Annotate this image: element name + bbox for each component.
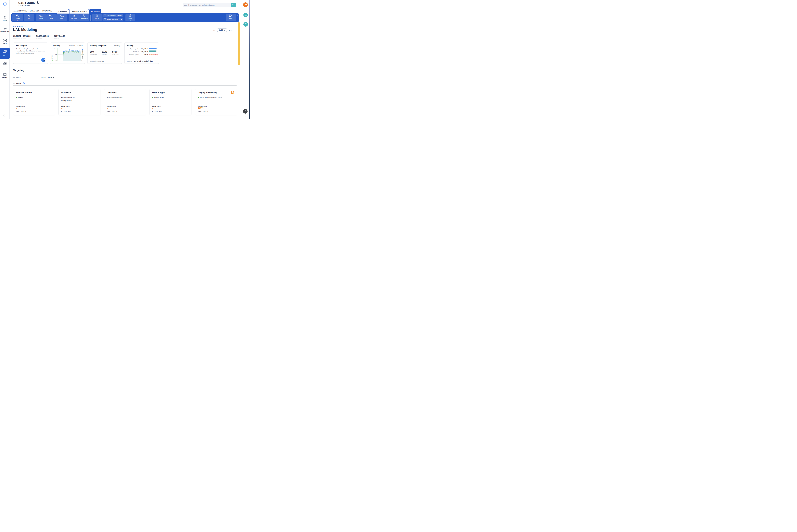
build-audience-button[interactable]: BuildAudience bbox=[57, 14, 67, 21]
tools-fab-button[interactable] bbox=[243, 22, 248, 26]
koa-insights-card: Koa Insights Koa™ is working to find opt… bbox=[13, 42, 48, 64]
chevron-down-icon bbox=[13, 82, 15, 85]
toolbar-divider bbox=[35, 15, 35, 21]
export-to-qa-button[interactable]: Exportto QA bbox=[126, 14, 135, 21]
table-pencil-icon bbox=[96, 14, 98, 18]
bidding-period: Yesterday bbox=[114, 45, 120, 46]
tab-ad-group[interactable]: AD GROUP bbox=[89, 9, 101, 14]
tab-creatives[interactable]: CREATIVES bbox=[30, 10, 39, 12]
sidebar-item-reports[interactable]: REPORTS bbox=[0, 62, 10, 67]
status-toggle-button[interactable]: ON Status:On bbox=[226, 14, 236, 21]
chevron-down-icon bbox=[131, 15, 133, 17]
add-ad-group-rails-button[interactable]: Add AdGroup Rails bbox=[12, 14, 23, 21]
excluded-badge: EXCLUDED bbox=[107, 111, 117, 112]
pacing-row-value: $11,080.36 bbox=[139, 48, 148, 50]
left-axis-tick: $16K bbox=[52, 47, 57, 49]
breadcrumb[interactable]: O+R FOODS_TV bbox=[13, 26, 26, 27]
tab-campaign[interactable]: CAMPAIGN bbox=[57, 9, 69, 14]
funnel-icon bbox=[104, 15, 106, 17]
sidebar: HOME INVENTORY DATA BUY REPORTS LEARN bbox=[0, 0, 10, 119]
analytics-fab-button[interactable] bbox=[243, 13, 248, 17]
sidebar-item-label: INVENTORY bbox=[0, 31, 10, 32]
app-logo-power-icon[interactable] bbox=[3, 2, 7, 7]
search-button[interactable] bbox=[231, 3, 236, 7]
toolbar-divider bbox=[90, 15, 91, 21]
targeting-heading: Targeting bbox=[13, 69, 24, 72]
info-icon[interactable] bbox=[23, 82, 25, 85]
rails-section-header[interactable]: RAILS bbox=[13, 82, 25, 85]
vertical-scrollbar-thumb[interactable] bbox=[238, 22, 240, 65]
included-dot-icon bbox=[152, 97, 153, 98]
user-avatar[interactable]: JM bbox=[243, 2, 248, 7]
conversion-reporting-group: Edit Conversion Settings Manage Reportin… bbox=[103, 14, 123, 21]
toolbar-collapse-button[interactable] bbox=[236, 14, 238, 17]
scale-impact-value: – bbox=[61, 107, 62, 110]
scale-impact-value: – bbox=[16, 107, 17, 110]
pager-next-button[interactable]: Next › bbox=[228, 29, 233, 31]
pacing-row-label: Spend (yest): bbox=[127, 48, 139, 50]
edit-goals-budgets-button[interactable]: Edit Goals& Budgets bbox=[69, 14, 79, 21]
expressiveness-row: Expressiveness:1.0 bbox=[90, 60, 104, 62]
sidebar-item-label: LEARN bbox=[0, 77, 10, 78]
price-tag-icon bbox=[83, 14, 86, 18]
desktop-wallpaper-edge bbox=[249, 0, 250, 119]
rails-scroll-left-button[interactable] bbox=[3, 114, 5, 117]
pacing-card: Pacing Spend (yest): $11,080.36 Needed: … bbox=[125, 42, 159, 64]
tab-locations[interactable]: LOCATIONS bbox=[42, 10, 52, 12]
rails-plus-icon bbox=[16, 14, 19, 18]
bidding-snapshot-card: Bidding Snapshot Yesterday 20% WIN RATE … bbox=[87, 42, 122, 64]
pager-select[interactable]: 1 of 3 bbox=[217, 28, 227, 32]
pacing-row-label: Potential (yest): bbox=[127, 54, 139, 55]
needed-bar bbox=[149, 51, 156, 52]
sidebar-item-buy[interactable]: BUY bbox=[0, 48, 10, 59]
sort-by-dropdown[interactable]: Sort By:Name bbox=[41, 77, 54, 78]
sidebar-item-label: HOME bbox=[0, 19, 10, 21]
rail-card-audience[interactable]: Audience Audience Predictor Identity All… bbox=[58, 89, 100, 115]
stat-budget: $4,025,896.00 BUDGET bbox=[36, 35, 49, 40]
right-axis-tick: 0 bbox=[81, 60, 82, 62]
pacing-row-value: $9,816.15 bbox=[139, 51, 148, 53]
pacing-row-value: $0.00 bbox=[139, 54, 148, 55]
upload-creative-button[interactable]: UploadCreative bbox=[36, 14, 46, 21]
manage-fees-rates-button[interactable]: Manage Fees& Rates bbox=[79, 14, 89, 21]
rail-card-display-viewability[interactable]: Display Viewability M Target 60% viewabi… bbox=[195, 89, 237, 115]
swap-arrows-icon[interactable] bbox=[36, 1, 39, 5]
chevron-down-icon bbox=[232, 15, 234, 17]
new-library-list-button[interactable]: NewLibrary List bbox=[47, 14, 57, 21]
right-axis-tick: 2MM bbox=[81, 47, 84, 49]
search-icon bbox=[232, 4, 234, 6]
targeting-search-input[interactable] bbox=[16, 77, 35, 78]
activity-card: Activity 5/12/2021 - 6/11/2021 $16K $8K … bbox=[50, 42, 85, 64]
sidebar-item-home[interactable]: HOME bbox=[0, 16, 10, 21]
edit-ad-group-details-button[interactable]: Edit AdGroup Details bbox=[92, 14, 103, 21]
bar-chart-icon bbox=[0, 62, 10, 64]
card-title: Koa Insights bbox=[16, 44, 27, 47]
people-plus-icon bbox=[60, 14, 63, 18]
included-dot-icon bbox=[16, 97, 17, 98]
sidebar-item-learn[interactable]: LEARN bbox=[0, 73, 10, 78]
stat-spend: $257,044.78 SPEND bbox=[54, 35, 65, 40]
rail-card-creatives[interactable]: Creatives No creatives assigned Scale Im… bbox=[104, 89, 146, 115]
global-search-input[interactable] bbox=[183, 3, 231, 7]
sidebar-item-inventory[interactable]: INVENTORY bbox=[0, 27, 10, 32]
support-fab-button[interactable] bbox=[243, 109, 247, 114]
add-optimizations-button[interactable]: AddOptimizations bbox=[24, 14, 34, 21]
rail-card-ad-environment[interactable]: Ad Environment In-App Scale Impact – EXC… bbox=[13, 89, 55, 115]
home-icon bbox=[0, 16, 10, 19]
rail-card-device-type[interactable]: Device Type ConnectedTV Scale Impact – E… bbox=[149, 89, 191, 115]
tab-all-campaigns[interactable]: ALL CAMPAIGNS bbox=[14, 10, 27, 12]
targeting-search bbox=[13, 76, 37, 80]
excluded-badge: EXCLUDED bbox=[16, 111, 26, 112]
tab-campaign-insights[interactable]: CAMPAIGN INSIGHTS bbox=[69, 9, 89, 14]
rail-item: Identity Alliance bbox=[61, 99, 75, 102]
global-search bbox=[183, 3, 236, 7]
moat-logo-icon: M bbox=[231, 90, 234, 95]
edit-conversion-settings-button[interactable]: Edit Conversion Settings bbox=[103, 14, 123, 17]
pager-prev-button[interactable]: ‹ Prev. bbox=[211, 29, 216, 31]
manage-reporting-button[interactable]: Manage Reporting bbox=[103, 18, 123, 21]
left-axis-tick: $0 bbox=[52, 60, 57, 62]
mountain-icon bbox=[244, 14, 247, 16]
spend-legend-swatch bbox=[52, 60, 53, 60]
rails-scroll-right-button[interactable] bbox=[244, 114, 246, 117]
sidebar-item-data[interactable]: DATA bbox=[0, 39, 10, 44]
